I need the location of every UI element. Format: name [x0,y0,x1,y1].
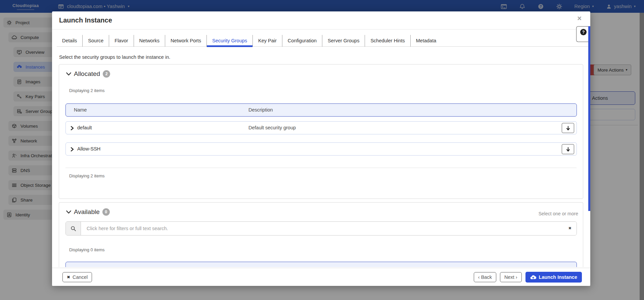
cancel-label: Cancel [73,274,88,280]
panel-divider [65,168,577,168]
column-header-name: Name [74,104,87,116]
cancel-x-icon: ✖ [67,275,70,280]
move-down-button[interactable] [562,123,574,133]
tab-scheduler-hints[interactable]: Scheduler Hints [365,35,410,47]
chevron-down-icon [66,210,71,214]
tab-key-pair[interactable]: Key Pair [253,35,282,47]
available-header[interactable]: Available 0 [66,208,110,216]
available-count-badge: 0 [102,208,110,216]
search-input[interactable] [81,222,577,235]
row-name: Allow-SSH [77,143,100,155]
tab-security-groups[interactable]: Security Groups [207,35,253,47]
available-panel: Available 0 Select one or more ✖ Display… [59,202,583,267]
tab-network-ports[interactable]: Network Ports [165,35,207,47]
tab-metadata[interactable]: Metadata [411,35,442,47]
launch-instance-label: Launch Instance [539,274,577,280]
close-icon[interactable]: × [577,14,582,23]
tab-details[interactable]: Details [57,35,83,47]
table-row-allow-ssh[interactable]: Allow-SSH [65,142,577,156]
cloud-upload-icon [530,275,536,280]
chevron-down-icon [66,72,71,76]
launch-instance-modal: Launch Instance × Details Source Flavor … [52,11,590,286]
clear-search-icon[interactable]: ✖ [568,226,571,230]
allocated-panel: Allocated 2 Displaying 2 items Name Desc… [59,64,583,199]
launch-instance-button[interactable]: Launch Instance [525,272,582,283]
tab-source[interactable]: Source [83,35,109,47]
filter-searchbar: ✖ [65,221,577,235]
row-description: Default security group [248,122,296,134]
chevron-right-icon [71,147,74,152]
chevron-right-icon [71,126,74,130]
tab-server-groups[interactable]: Server Groups [322,35,365,47]
allocated-displaying-bottom: Displaying 2 items [69,173,105,178]
tab-configuration[interactable]: Configuration [282,35,322,47]
available-title: Available [74,208,100,216]
move-down-button[interactable] [562,144,574,154]
tab-networks[interactable]: Networks [134,35,165,47]
modal-footer: ✖ Cancel ‹ Back Next › Launch Instance [52,268,590,286]
modal-scrollbar-thumb[interactable] [588,26,591,211]
next-button[interactable]: Next › [500,272,522,282]
allocated-header[interactable]: Allocated 2 [66,70,110,78]
allocated-count-badge: 2 [103,70,110,78]
available-table-header-partial [65,262,577,267]
table-row-default[interactable]: default Default security group [65,121,577,134]
arrow-down-icon [566,126,570,131]
select-one-or-more-hint: Select one or more [539,211,578,216]
modal-title: Launch Instance [59,16,112,24]
search-icon [66,222,81,235]
allocated-table-header: Name Description [65,103,577,117]
help-icon: ? [580,29,587,35]
row-name: default [77,122,92,134]
column-header-description: Description [248,104,273,116]
cancel-button[interactable]: ✖ Cancel [62,272,92,282]
tab-flavor[interactable]: Flavor [109,35,134,47]
available-displaying: Displaying 0 items [69,247,105,252]
modal-header: Launch Instance × [52,11,590,30]
allocated-displaying-top: Displaying 2 items [69,88,105,93]
back-button[interactable]: ‹ Back [474,272,496,282]
tab-description: Select the security groups to launch the… [59,54,170,60]
arrow-down-icon [566,147,570,152]
wizard-tabs: Details Source Flavor Networks Network P… [57,35,588,47]
allocated-title: Allocated [74,70,100,78]
